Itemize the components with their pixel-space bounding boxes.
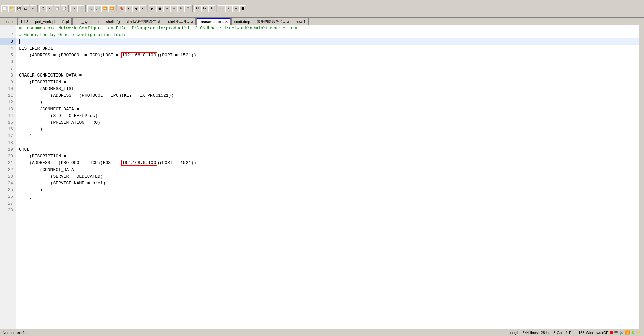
code-line-12: ) xyxy=(16,99,639,106)
toolbar: 📄 📂 💾 🗃 ✖ 🖨 ✂ 📋 📑 ↩ ↪ 🔍 🔎 ⏩ ⏪ 🔖 ▶ ◀ ✖ ▶ … xyxy=(0,0,644,18)
findnext-icon[interactable]: ⏩ xyxy=(101,5,108,12)
stop-icon[interactable]: ⏹ xyxy=(156,5,163,12)
encoding-flag: ⊞ xyxy=(610,330,613,335)
code-line-6 xyxy=(16,59,639,65)
redo-icon[interactable]: ↪ xyxy=(77,5,84,12)
file-type-status: Normal text file xyxy=(3,331,27,335)
separator-3 xyxy=(85,5,86,12)
status-bar: Normal text file length : 644 lines : 28… xyxy=(0,329,644,336)
paste-icon[interactable]: 📑 xyxy=(61,5,67,12)
zoom-restore-icon[interactable]: A xyxy=(208,5,215,12)
bookmark-toggle-icon[interactable]: 🔖 xyxy=(118,5,125,12)
code-line-1: # tnsnames.ora Network Configuration Fil… xyxy=(16,25,639,32)
code-line-2: # Generated by Oracle configuration tool… xyxy=(16,32,639,38)
line-num-14: 14 xyxy=(0,113,16,119)
editor-content[interactable]: # tnsnames.ora Network Configuration Fil… xyxy=(16,25,639,329)
bookmark-clear-icon[interactable]: ✖ xyxy=(139,5,146,12)
code-line-3 xyxy=(16,38,639,45)
line-num-19: 19 xyxy=(0,146,16,153)
wrap-icon[interactable]: ⮐ xyxy=(218,5,225,12)
save-all-icon[interactable]: 🗃 xyxy=(23,5,29,12)
close-icon[interactable]: ✖ xyxy=(30,5,36,12)
tab-shell-tools[interactable]: shell小工具.cfg xyxy=(165,18,196,25)
separator-5 xyxy=(147,5,148,12)
zoomout-icon[interactable]: A- xyxy=(201,5,208,12)
tab-shell-flow[interactable]: shell流程控制语句.sh xyxy=(124,18,164,25)
indent-icon[interactable]: → xyxy=(163,5,170,12)
line-num-4: 4 xyxy=(0,45,16,52)
tab-scott-dmp[interactable]: scott.dmp xyxy=(231,18,253,25)
ime-icon: 中 xyxy=(614,330,618,335)
code-line-15: (PRESENTATION = RO) xyxy=(16,119,639,126)
zoomin-icon[interactable]: A+ xyxy=(194,5,201,12)
tab-shell-cfg[interactable]: shell.cfg xyxy=(103,18,123,25)
code-line-10: (ADDRESS_LIST = xyxy=(16,86,639,92)
line-num-18: 18 xyxy=(0,140,16,146)
line-num-24: 24 xyxy=(0,180,16,187)
code-line-22: (CONNECT_DATA = xyxy=(16,166,639,173)
length-status: length : 644 xyxy=(509,331,529,335)
bookmark-prev-icon[interactable]: ◀ xyxy=(132,5,139,12)
undo-icon[interactable]: ↩ xyxy=(70,5,77,12)
tab-close-icon[interactable]: ✕ xyxy=(225,20,228,24)
code-line-17: ) xyxy=(16,133,639,140)
lines-status: lines : 28 xyxy=(530,331,545,335)
code-line-27 xyxy=(16,200,639,207)
print-icon[interactable]: 🖨 xyxy=(39,5,46,12)
line-num-2: 2 xyxy=(0,32,16,38)
replace-icon[interactable]: 🔎 xyxy=(94,5,101,12)
unindent-icon[interactable]: ← xyxy=(170,5,177,12)
code-line-13: (CONNECT_DATA = xyxy=(16,106,639,113)
col-status: Col : 1 xyxy=(557,331,568,335)
comment-line-icon[interactable]: # xyxy=(177,5,184,12)
uncomment-line-icon[interactable]: ° xyxy=(184,5,191,12)
tab-common-symbols[interactable]: 常用的语言符号.cfg xyxy=(254,18,292,25)
status-right: length : 644 lines : 28 Ln : 3 Col : 1 P… xyxy=(509,330,641,335)
run-icon[interactable]: ▶ xyxy=(149,5,156,12)
line-num-17: 17 xyxy=(0,133,16,140)
code-line-7 xyxy=(16,65,639,72)
editor-container: 1 2 3 4 5 6 7 8 9 10 11 12 13 14 15 16 1… xyxy=(0,25,644,329)
code-line-23: (SERVER = DEDICATED) xyxy=(16,173,639,180)
line-num-11: 11 xyxy=(0,92,16,99)
line-num-1: 1 xyxy=(0,25,16,32)
tab-test-pl[interactable]: test.pl xyxy=(1,18,16,25)
tab-1sh3[interactable]: 1sh3 xyxy=(17,18,31,25)
cut-icon[interactable]: ✂ xyxy=(46,5,53,12)
toolbar-icons: 📄 📂 💾 🗃 ✖ 🖨 ✂ 📋 📑 ↩ ↪ 🔍 🔎 ⏩ ⏪ 🔖 ▶ ◀ ✖ ▶ … xyxy=(1,5,246,12)
line-num-3: 3 xyxy=(0,38,16,45)
tab-perl-system[interactable]: perl_system.pl xyxy=(72,18,102,25)
bookmark-next-icon[interactable]: ▶ xyxy=(125,5,132,12)
sync-icon[interactable]: ⇄ xyxy=(232,5,239,12)
copy-icon[interactable]: 📋 xyxy=(54,5,60,12)
tab-new-1[interactable]: new 1 xyxy=(293,18,308,25)
code-line-9: (DESCRIPTION = xyxy=(16,79,639,86)
line-numbers: 1 2 3 4 5 6 7 8 9 10 11 12 13 14 15 16 1… xyxy=(0,25,16,329)
code-line-25: ) xyxy=(16,187,639,193)
tab-t1-pl[interactable]: t1.pl xyxy=(59,18,72,25)
code-line-18 xyxy=(16,140,639,146)
line-num-21: 21 xyxy=(0,160,16,166)
line-num-27: 27 xyxy=(0,200,16,207)
findprev-icon[interactable]: ⏪ xyxy=(108,5,115,12)
line-num-5: 5 xyxy=(0,52,16,59)
line-num-20: 20 xyxy=(0,153,16,160)
pos-status: Pos : 153 xyxy=(569,331,584,335)
systray-icons: 🔊 📶 🔋 ⚡ xyxy=(619,330,641,335)
panel-icon[interactable]: ☰ xyxy=(239,5,246,12)
save-icon[interactable]: 💾 xyxy=(15,5,22,12)
separator-7 xyxy=(216,5,217,12)
code-line-19: ORCL = xyxy=(16,146,639,153)
code-line-5: (ADDRESS = (PROTOCOL = TCP)(HOST = 192.1… xyxy=(16,52,639,59)
open-icon[interactable]: 📂 xyxy=(8,5,15,12)
find-icon[interactable]: 🔍 xyxy=(87,5,94,12)
tab-perl-work[interactable]: perl_work.pl xyxy=(32,18,58,25)
tab-tnsnames-ora[interactable]: tnsnames.ora✕ xyxy=(196,18,231,25)
whitespace-icon[interactable]: · xyxy=(225,5,232,12)
status-left: Normal text file xyxy=(3,331,27,335)
code-line-24: (SERVICE_NAME = orcl) xyxy=(16,180,639,187)
vertical-scrollbar[interactable] xyxy=(639,25,644,329)
line-num-23: 23 xyxy=(0,173,16,180)
line-num-16: 16 xyxy=(0,126,16,133)
new-icon[interactable]: 📄 xyxy=(1,5,8,12)
